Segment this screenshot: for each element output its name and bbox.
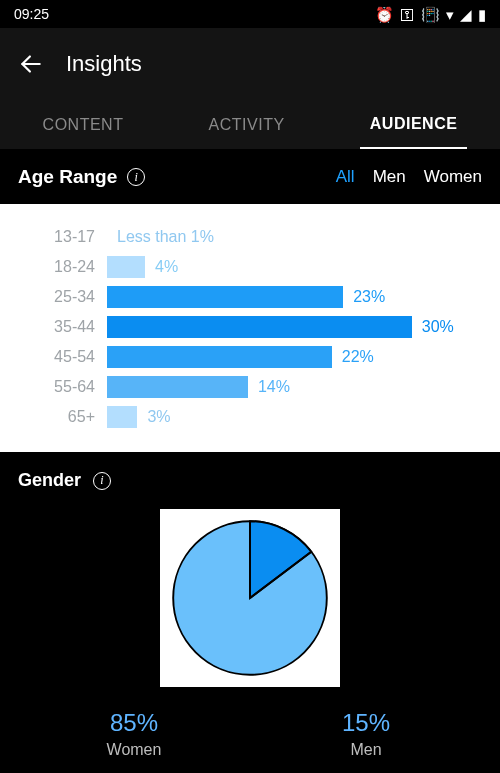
- bar-value: 4%: [155, 258, 178, 276]
- table-row: 35-44 30%: [12, 312, 488, 342]
- bar-value: Less than 1%: [117, 228, 214, 246]
- tab-activity[interactable]: ACTIVITY: [199, 100, 295, 149]
- age-range-title: Age Range: [18, 166, 117, 188]
- bar-value: 23%: [353, 288, 385, 306]
- women-percent: 85%: [30, 709, 239, 737]
- gender-men: 15% Men: [262, 709, 471, 759]
- bar-label: 65+: [12, 408, 107, 426]
- status-time: 09:25: [14, 6, 49, 22]
- info-icon[interactable]: i: [93, 472, 111, 490]
- gender-title: Gender: [18, 470, 81, 491]
- bar-label: 45-54: [12, 348, 107, 366]
- men-percent: 15%: [262, 709, 471, 737]
- age-range-chart: 13-17 Less than 1% 18-24 4% 25-34 23% 35…: [0, 204, 500, 452]
- signal-icon: ◢: [460, 7, 472, 22]
- tab-audience[interactable]: AUDIENCE: [360, 100, 468, 149]
- bar-label: 25-34: [12, 288, 107, 306]
- key-icon: ⚿: [400, 7, 415, 22]
- table-row: 13-17 Less than 1%: [12, 222, 488, 252]
- battery-icon: ▮: [478, 7, 486, 22]
- gender-pie-chart: [18, 509, 482, 687]
- men-label: Men: [262, 741, 471, 759]
- vibrate-icon: 📳: [421, 7, 440, 22]
- bar-value: 30%: [422, 318, 454, 336]
- gender-women: 85% Women: [30, 709, 239, 759]
- page-title: Insights: [66, 51, 142, 77]
- table-row: 25-34 23%: [12, 282, 488, 312]
- alarm-icon: ⏰: [375, 7, 394, 22]
- age-range-header: Age Range i All Men Women: [0, 150, 500, 204]
- filter-men[interactable]: Men: [373, 167, 406, 187]
- table-row: 65+ 3%: [12, 402, 488, 432]
- bar-label: 55-64: [12, 378, 107, 396]
- filter-all[interactable]: All: [336, 167, 355, 187]
- tab-content[interactable]: CONTENT: [33, 100, 134, 149]
- age-range-filters: All Men Women: [336, 167, 482, 187]
- info-icon[interactable]: i: [127, 168, 145, 186]
- bar-value: 14%: [258, 378, 290, 396]
- bar-label: 18-24: [12, 258, 107, 276]
- gender-section: Gender i 85% Women 15% Men: [0, 452, 500, 773]
- bar-label: 35-44: [12, 318, 107, 336]
- table-row: 45-54 22%: [12, 342, 488, 372]
- app-header: Insights: [0, 28, 500, 100]
- wifi-icon: ▾: [446, 7, 454, 22]
- table-row: 55-64 14%: [12, 372, 488, 402]
- status-bar: 09:25 ⏰ ⚿ 📳 ▾ ◢ ▮: [0, 0, 500, 28]
- bar-value: 3%: [147, 408, 170, 426]
- women-label: Women: [30, 741, 239, 759]
- gender-values: 85% Women 15% Men: [18, 709, 482, 759]
- filter-women[interactable]: Women: [424, 167, 482, 187]
- back-arrow-icon[interactable]: [18, 51, 44, 77]
- bar-value: 22%: [342, 348, 374, 366]
- table-row: 18-24 4%: [12, 252, 488, 282]
- bar-label: 13-17: [12, 228, 107, 246]
- tabs: CONTENT ACTIVITY AUDIENCE: [0, 100, 500, 150]
- status-icons: ⏰ ⚿ 📳 ▾ ◢ ▮: [375, 7, 486, 22]
